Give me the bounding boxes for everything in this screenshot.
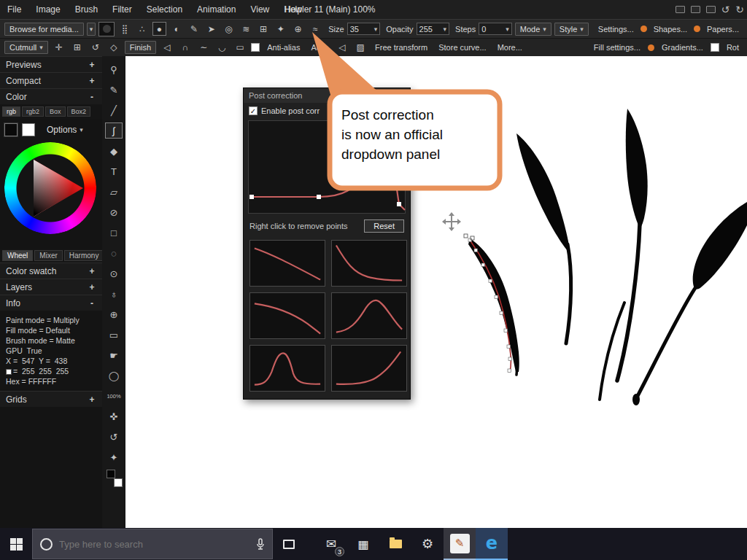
scurve-icon[interactable]: ∼ bbox=[196, 41, 211, 55]
tab-rgb2[interactable]: rgb2 bbox=[22, 106, 44, 117]
panel-color-swatch[interactable]: Color swatch + bbox=[0, 262, 102, 279]
expand-icon[interactable]: + bbox=[88, 60, 96, 70]
tab-wheel[interactable]: Wheel bbox=[2, 250, 33, 261]
curve-preset-1[interactable] bbox=[249, 240, 325, 287]
soft-round-icon[interactable]: ◐ bbox=[169, 22, 184, 36]
expand-icon[interactable]: + bbox=[88, 266, 96, 276]
settings-button[interactable]: Settings... bbox=[595, 25, 638, 34]
curve-preset-5[interactable] bbox=[249, 345, 325, 392]
panel-previews[interactable]: Previews + bbox=[0, 56, 102, 72]
menu-selection[interactable]: Selection bbox=[139, 0, 190, 19]
capsule-tool[interactable]: ▭ bbox=[105, 327, 123, 343]
circle-select-tool[interactable]: ◌ bbox=[105, 245, 123, 261]
background-swatch[interactable] bbox=[22, 123, 35, 136]
settings-button-taskbar[interactable]: ⚙ bbox=[411, 528, 444, 560]
howler-app-button[interactable]: ✎ bbox=[444, 528, 476, 560]
donut-icon[interactable]: ◎ bbox=[222, 22, 236, 36]
edit-node-icon[interactable]: ⊞ bbox=[70, 41, 85, 55]
hatch-icon[interactable]: ▨ bbox=[353, 41, 368, 55]
steps-dropdown[interactable]: 0 ▾ bbox=[479, 23, 512, 35]
capture-screen-icon-1[interactable] bbox=[676, 6, 685, 13]
loop-icon[interactable]: ◡ bbox=[214, 41, 229, 55]
curve-preset-4[interactable] bbox=[331, 292, 407, 339]
close-path-icon[interactable]: ◇ bbox=[107, 41, 121, 55]
size-dropdown[interactable]: 35 ▾ bbox=[347, 23, 381, 35]
panel-color[interactable]: Color - bbox=[0, 88, 102, 104]
bulb-tool[interactable]: ◯ bbox=[105, 368, 123, 384]
reset-button[interactable]: Reset bbox=[364, 219, 404, 233]
expand-icon[interactable]: + bbox=[88, 394, 96, 405]
rect-icon[interactable]: ▭ bbox=[233, 41, 247, 55]
post-correction-titlebar[interactable]: Post correction bbox=[244, 88, 410, 103]
pencil-icon[interactable]: ✎ bbox=[187, 22, 201, 36]
triangle-fill-icon[interactable]: ◁ bbox=[335, 41, 349, 55]
menu-filter[interactable]: Filter bbox=[105, 0, 139, 19]
hand-tool[interactable]: ☛ bbox=[105, 347, 123, 363]
brush-tool[interactable]: ✎ bbox=[105, 82, 123, 98]
capture-screen-icon-2[interactable] bbox=[691, 6, 700, 13]
file-explorer-button[interactable] bbox=[379, 528, 411, 560]
undo-node-icon[interactable]: ↺ bbox=[88, 41, 103, 55]
curve-preset-2[interactable] bbox=[331, 240, 407, 287]
dots-icon[interactable]: ⣿ bbox=[117, 22, 132, 36]
particle-icon[interactable]: ✦ bbox=[274, 22, 288, 36]
taskbar-search[interactable] bbox=[32, 529, 273, 559]
clone-tool[interactable]: ⊕ bbox=[105, 306, 123, 322]
fg-bg-swatches[interactable] bbox=[105, 470, 123, 487]
dropper-tool[interactable]: ♁ bbox=[105, 286, 123, 302]
text-tool[interactable]: T bbox=[105, 163, 123, 179]
panel-layers[interactable]: Layers + bbox=[0, 279, 102, 295]
foreground-swatch[interactable] bbox=[4, 123, 18, 136]
move-tool[interactable]: ✜ bbox=[105, 408, 123, 424]
undo-icon[interactable]: ↺ bbox=[721, 4, 730, 15]
round-brush-icon[interactable]: ● bbox=[152, 22, 167, 36]
spray-icon[interactable]: ∴ bbox=[135, 22, 150, 36]
panel-grids[interactable]: Grids + bbox=[0, 391, 102, 407]
knife-icon[interactable]: ➤ bbox=[204, 22, 219, 36]
freehand-icon[interactable]: ◁ bbox=[160, 41, 174, 55]
brush-preview[interactable] bbox=[98, 22, 115, 36]
zoom-tool[interactable]: ⊙ bbox=[105, 265, 123, 281]
arc-icon[interactable]: ∩ bbox=[178, 41, 193, 55]
zoom-level-badge[interactable]: 100% bbox=[105, 388, 123, 404]
store-curve-button[interactable]: Store curve... bbox=[435, 43, 489, 52]
collapse-icon[interactable]: - bbox=[88, 298, 96, 308]
grid-app-button[interactable]: ▦ bbox=[347, 528, 379, 560]
polygon-tool[interactable]: ◆ bbox=[105, 143, 123, 159]
background-color-box[interactable] bbox=[114, 478, 123, 487]
collapse-icon[interactable]: - bbox=[88, 92, 96, 102]
task-view-button[interactable] bbox=[273, 528, 305, 560]
post-correction-icon[interactable]: ≈ bbox=[309, 22, 323, 36]
mail-app-button[interactable]: ✉ 3 bbox=[315, 528, 347, 560]
nozzle-icon[interactable]: ⊕ bbox=[291, 22, 306, 36]
spline-type-dropdown[interactable]: Cutmull ▾ bbox=[4, 41, 48, 54]
capture-screen-icon-3[interactable] bbox=[706, 6, 716, 13]
tab-box2[interactable]: Box2 bbox=[67, 106, 91, 117]
gradients-button[interactable]: Gradients... bbox=[658, 43, 707, 52]
sv-triangle[interactable] bbox=[4, 142, 96, 234]
menu-view[interactable]: View bbox=[243, 0, 276, 19]
style-dropdown[interactable]: Style ▾ bbox=[554, 23, 589, 36]
shapes-button[interactable]: Shapes... bbox=[650, 25, 691, 34]
curve-preset-6[interactable] bbox=[331, 345, 407, 392]
start-button[interactable] bbox=[0, 528, 32, 560]
star-tool[interactable]: ✦ bbox=[105, 449, 123, 465]
menu-animation[interactable]: Animation bbox=[190, 0, 243, 19]
rot-checkbox[interactable] bbox=[711, 43, 719, 52]
edge-browser-button[interactable]: e bbox=[476, 528, 508, 560]
menu-image[interactable]: Image bbox=[28, 0, 67, 19]
menu-brush[interactable]: Brush bbox=[68, 0, 105, 19]
search-input[interactable] bbox=[59, 539, 249, 550]
rot-button[interactable]: Rot bbox=[723, 43, 743, 52]
browse-media-button[interactable]: Browse for media... bbox=[4, 23, 84, 36]
curve-editor[interactable] bbox=[248, 120, 406, 214]
rect-select-tool[interactable]: □ bbox=[105, 225, 123, 241]
expand-icon[interactable]: + bbox=[88, 282, 96, 292]
antialias-checkbox[interactable] bbox=[251, 43, 260, 52]
undo-tool[interactable]: ↺ bbox=[105, 429, 123, 445]
tab-harmony[interactable]: Harmony bbox=[64, 250, 104, 261]
foreground-color-box[interactable] bbox=[107, 470, 115, 478]
tab-rgb[interactable]: rgb bbox=[2, 106, 20, 117]
panel-compact[interactable]: Compact + bbox=[0, 72, 102, 88]
tab-box[interactable]: Box bbox=[45, 106, 66, 117]
